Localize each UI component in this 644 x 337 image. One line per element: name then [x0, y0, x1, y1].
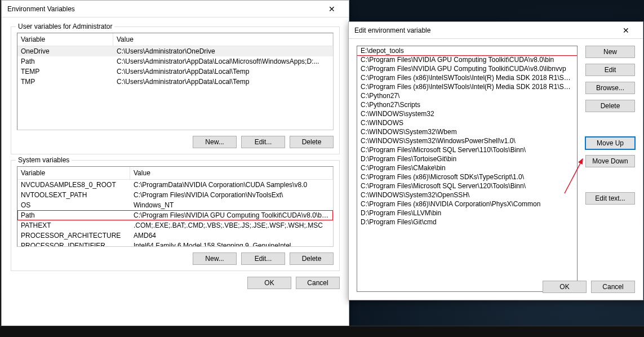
cell-value: AMD64: [130, 231, 333, 240]
table-row[interactable]: PathC:\Users\Administrator\AppData\Local…: [17, 56, 333, 66]
list-item[interactable]: C:\Program Files (x86)\IntelSWTools\Inte…: [357, 82, 577, 91]
move-down-button[interactable]: Move Down: [585, 155, 635, 167]
table-row[interactable]: TMPC:\Users\Administrator\AppData\Local\…: [17, 77, 333, 87]
delete-button[interactable]: Delete: [585, 100, 635, 112]
list-item[interactable]: C:\Program Files\Microsoft SQL Server\12…: [357, 181, 577, 190]
table-row[interactable]: NVCUDASAMPLES8_0_ROOTC:\ProgramData\NVID…: [17, 180, 333, 190]
table-row[interactable]: PathC:\Program Files\NVIDIA GPU Computin…: [17, 210, 333, 220]
cell-value: C:\Program Files\NVIDIA GPU Computing To…: [130, 211, 333, 220]
group-label: System variables: [16, 156, 72, 164]
col-variable[interactable]: Variable: [17, 167, 130, 179]
list-item[interactable]: C:\Program Files\NVIDIA GPU Computing To…: [357, 64, 577, 73]
edit-text-button[interactable]: Edit text...: [585, 192, 635, 205]
ok-button[interactable]: OK: [543, 281, 587, 293]
list-item[interactable]: C:\WINDOWS\system32: [357, 109, 577, 118]
table-row[interactable]: PROCESSOR_ARCHITECTUREAMD64: [17, 230, 333, 241]
table-header: Variable Value: [17, 33, 333, 46]
taskbar[interactable]: [0, 326, 644, 337]
cell-variable: TMP: [17, 77, 113, 86]
titlebar[interactable]: Edit environment variable ✕: [349, 22, 643, 39]
table-row[interactable]: OneDriveC:\Users\Administrator\OneDrive: [17, 46, 333, 56]
close-icon[interactable]: ✕: [321, 1, 343, 17]
ok-button[interactable]: OK: [247, 277, 291, 289]
group-label: User variables for Administrator: [16, 23, 114, 30]
edit-button[interactable]: Edit...: [241, 252, 285, 265]
system-variables-table[interactable]: Variable Value NVCUDASAMPLES8_0_ROOTC:\P…: [17, 166, 334, 247]
environment-variables-dialog: Environment Variables ✕ User variables f…: [1, 0, 349, 327]
list-item[interactable]: C:\Program Files\CMake\bin: [357, 163, 577, 172]
col-value[interactable]: Value: [130, 167, 333, 179]
cell-value: C:\Users\Administrator\AppData\Local\Tem…: [113, 67, 333, 76]
cell-variable: TEMP: [17, 67, 113, 76]
list-item[interactable]: D:\Program Files\Git\cmd: [357, 218, 577, 227]
list-item[interactable]: C:\Program Files\NVIDIA GPU Computing To…: [357, 55, 577, 64]
cell-variable: NVTOOLSEXT_PATH: [17, 190, 130, 199]
list-item[interactable]: C:\Program Files\Microsoft SQL Server\11…: [357, 145, 577, 154]
close-icon[interactable]: ✕: [615, 23, 637, 38]
list-item[interactable]: E:\depot_tools: [357, 46, 577, 55]
list-item[interactable]: C:\Python27\Scripts: [357, 100, 577, 109]
new-button[interactable]: New...: [193, 136, 237, 148]
delete-button[interactable]: Delete: [290, 252, 334, 265]
cell-variable: Path: [17, 57, 113, 66]
edit-environment-variable-dialog: Edit environment variable ✕ E:\depot_too…: [348, 21, 643, 300]
new-button[interactable]: New...: [193, 252, 237, 265]
list-item[interactable]: C:\Python27\: [357, 91, 577, 100]
list-item[interactable]: C:\WINDOWS\System32\WindowsPowerShell\v1…: [357, 136, 577, 145]
cell-variable: PATHEXT: [17, 221, 130, 230]
table-row[interactable]: NVTOOLSEXT_PATHC:\Program Files\NVIDIA C…: [17, 190, 333, 200]
cell-variable: OneDrive: [17, 47, 113, 56]
cell-value: C:\Program Files\NVIDIA Corporation\NvTo…: [130, 190, 333, 199]
list-item[interactable]: D:\Program Files\LLVM\bin: [357, 209, 577, 218]
move-up-button[interactable]: Move Up: [585, 137, 635, 149]
list-item[interactable]: C:\WINDOWS\System32\Wbem: [357, 127, 577, 136]
cell-value: Intel64 Family 6 Model 158 Stepping 9, G…: [130, 241, 333, 246]
cell-value: .COM;.EXE;.BAT;.CMD;.VBS;.VBE;.JS;.JSE;.…: [130, 221, 333, 230]
table-header: Variable Value: [17, 167, 333, 180]
browse-button[interactable]: Browse...: [585, 82, 635, 94]
system-variables-group: System variables Variable Value NVCUDASA…: [11, 160, 340, 271]
cell-value: Windows_NT: [130, 201, 333, 210]
dialog-title: Environment Variables: [7, 5, 321, 13]
edit-button[interactable]: Edit: [585, 64, 635, 76]
cell-variable: OS: [17, 201, 130, 210]
table-row[interactable]: PATHEXT.COM;.EXE;.BAT;.CMD;.VBS;.VBE;.JS…: [17, 220, 333, 230]
user-variables-table[interactable]: Variable Value OneDriveC:\Users\Administ…: [17, 33, 334, 130]
cancel-button[interactable]: Cancel: [296, 277, 340, 289]
path-list[interactable]: E:\depot_toolsC:\Program Files\NVIDIA GP…: [357, 46, 578, 292]
table-row[interactable]: OSWindows_NT: [17, 200, 333, 210]
list-item[interactable]: D:\Program Files\TortoiseGit\bin: [357, 154, 577, 163]
edit-button[interactable]: Edit...: [241, 136, 285, 148]
list-item[interactable]: C:\Program Files (x86)\NVIDIA Corporatio…: [357, 199, 577, 209]
cell-value: C:\ProgramData\NVIDIA Corporation\CUDA S…: [130, 180, 333, 189]
cell-variable: Path: [17, 211, 130, 220]
table-row[interactable]: PROCESSOR_IDENTIFIERIntel64 Family 6 Mod…: [17, 241, 333, 246]
list-item[interactable]: C:\Program Files (x86)\IntelSWTools\Inte…: [357, 73, 577, 82]
cell-value: C:\Users\Administrator\OneDrive: [113, 47, 333, 56]
col-value[interactable]: Value: [113, 33, 333, 46]
cancel-button[interactable]: Cancel: [591, 281, 635, 293]
delete-button[interactable]: Delete: [290, 136, 334, 148]
titlebar[interactable]: Environment Variables ✕: [2, 1, 349, 17]
cell-variable: NVCUDASAMPLES8_0_ROOT: [17, 180, 130, 189]
cell-value: C:\Users\Administrator\AppData\Local\Mic…: [113, 57, 333, 66]
cell-variable: PROCESSOR_ARCHITECTURE: [17, 231, 130, 240]
cell-value: C:\Users\Administrator\AppData\Local\Tem…: [113, 77, 333, 86]
table-row[interactable]: TEMPC:\Users\Administrator\AppData\Local…: [17, 66, 333, 77]
list-item[interactable]: C:\Program Files (x86)\Microsoft SDKs\Ty…: [357, 172, 577, 181]
cell-variable: PROCESSOR_IDENTIFIER: [17, 241, 130, 246]
user-variables-group: User variables for Administrator Variabl…: [11, 26, 340, 154]
dialog-title: Edit environment variable: [354, 26, 615, 34]
list-item[interactable]: C:\WINDOWS\System32\OpenSSH\: [357, 190, 577, 199]
new-button[interactable]: New: [585, 46, 635, 58]
col-variable[interactable]: Variable: [17, 33, 113, 46]
list-item[interactable]: C:\WINDOWS: [357, 118, 577, 127]
